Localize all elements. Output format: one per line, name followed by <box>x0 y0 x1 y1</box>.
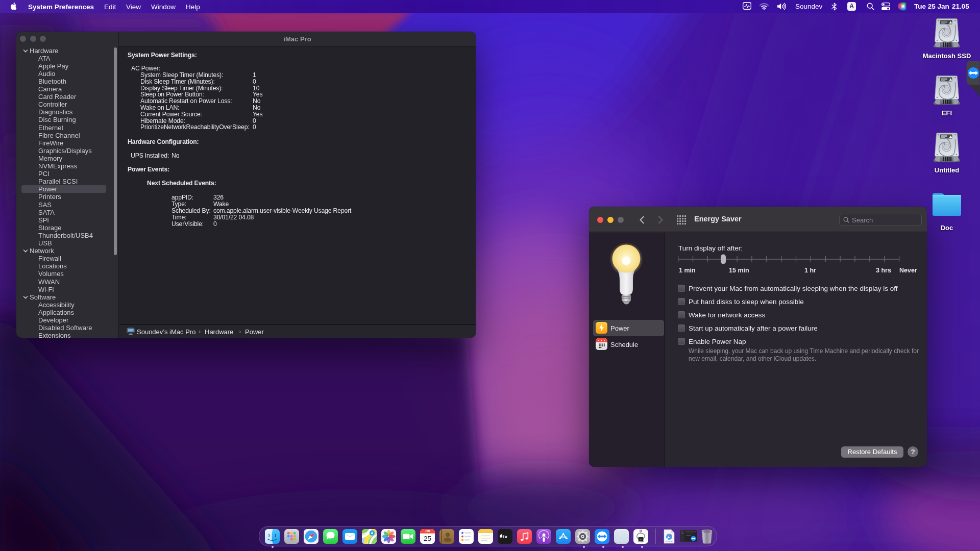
svg-text:tv: tv <box>503 534 508 539</box>
svg-text:UM: UM <box>640 539 642 540</box>
svg-text:25: 25 <box>424 535 431 542</box>
svg-text:DOWNLOAD: DOWNLOAD <box>665 541 673 543</box>
svg-text:JAN: JAN <box>425 530 430 533</box>
